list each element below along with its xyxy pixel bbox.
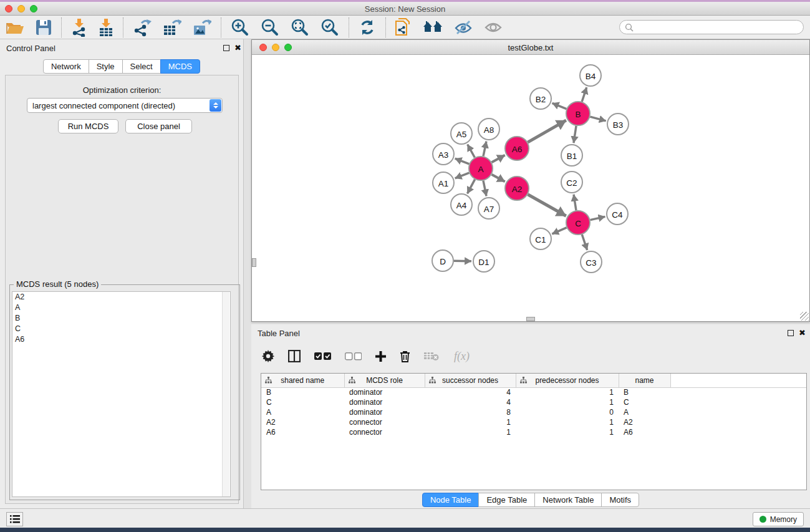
open-session-button[interactable] <box>0 17 30 38</box>
control-panel: Control Panel ✖ NetworkStyleSelectMCDS O… <box>0 39 244 508</box>
show-panels-button[interactable] <box>6 512 23 526</box>
table-row[interactable]: Adominator80A <box>261 407 806 417</box>
graph-edge-A-A1 <box>455 173 470 178</box>
refresh-button[interactable] <box>353 17 382 38</box>
result-item[interactable]: A <box>12 302 230 313</box>
show-all-button[interactable] <box>478 17 508 38</box>
graph-node-label: B3 <box>613 120 624 130</box>
table-cell: connector <box>344 427 425 437</box>
table-row[interactable]: Cdominator41C <box>261 397 806 407</box>
tab-network[interactable]: Network <box>43 59 89 74</box>
criterion-dropdown[interactable]: largest connected component (directed) <box>27 98 223 113</box>
close-panel-icon[interactable]: ✖ <box>234 43 241 52</box>
run-mcds-button[interactable]: Run MCDS <box>58 119 118 133</box>
table-row[interactable]: A6connector11A6 <box>261 427 806 437</box>
function-builder-button[interactable]: f(x) <box>447 345 475 367</box>
tab-edge-table[interactable]: Edge Table <box>478 493 535 507</box>
tab-style[interactable]: Style <box>89 59 123 74</box>
close-table-panel-icon[interactable]: ✖ <box>799 328 806 337</box>
control-panel-tabs: NetworkStyleSelectMCDS <box>0 59 243 74</box>
table-cell: dominator <box>344 407 425 417</box>
zoom-in-button[interactable] <box>225 17 255 38</box>
tab-motifs[interactable]: Motifs <box>601 493 639 507</box>
graph-edge-A-A6 <box>492 155 505 163</box>
delete-column-button[interactable] <box>394 345 416 367</box>
table-panel-header: Table Panel ✖ <box>251 324 810 342</box>
graph-node-label: C <box>575 219 581 228</box>
mcds-result-list: A2ABCA6 <box>12 291 231 497</box>
application-window: Session: New Session <box>0 0 810 532</box>
table-cell: A <box>261 407 344 417</box>
delete-table-icon <box>424 351 439 361</box>
float-panel-icon[interactable] <box>223 45 229 51</box>
export-image-button[interactable] <box>187 17 217 38</box>
criterion-value: largest connected component (directed) <box>32 101 175 110</box>
graph-edge-B-B1 <box>574 126 576 143</box>
home-layout-button[interactable] <box>417 17 448 38</box>
result-list-scrollbar[interactable] <box>222 292 229 496</box>
table-cell: A2 <box>261 417 344 427</box>
deselect-all-button[interactable] <box>339 345 367 367</box>
graph-edge-A2-C <box>528 195 566 216</box>
float-table-panel-icon[interactable] <box>788 330 794 336</box>
zoom-selected-button[interactable] <box>315 17 345 38</box>
graph-edge-C-C4 <box>591 216 605 220</box>
canvas-left-scroll-thumb[interactable] <box>252 258 256 267</box>
table-cell: C <box>619 397 670 407</box>
graph-node-label: C3 <box>586 258 596 268</box>
search-field[interactable] <box>619 20 804 34</box>
result-item[interactable]: A6 <box>12 334 230 345</box>
table-toolbar: f(x) <box>256 343 805 369</box>
close-panel-button[interactable]: Close panel <box>125 119 192 133</box>
export-table-button[interactable] <box>157 17 187 38</box>
tab-select[interactable]: Select <box>122 59 161 74</box>
new-network-button[interactable] <box>390 17 417 38</box>
tab-node-table[interactable]: Node Table <box>422 493 480 507</box>
table-cell-filler <box>670 397 806 407</box>
table-row[interactable]: Bdominator41B <box>261 387 806 397</box>
column-header-shared-name[interactable]: shared name <box>261 374 344 387</box>
graph-edge-B-B4 <box>582 87 587 102</box>
table-cell: 1 <box>425 417 516 427</box>
zoom-fit-button[interactable] <box>285 17 315 38</box>
unchecked-boxes-icon <box>345 352 362 360</box>
window-resize-grip[interactable] <box>800 312 809 321</box>
toggle-columns-button[interactable] <box>282 345 306 367</box>
graph-edge-C-C2 <box>574 195 576 210</box>
hierarchy-icon <box>265 377 272 384</box>
memory-status-icon <box>759 516 766 523</box>
column-header-name[interactable]: name <box>619 374 670 387</box>
delete-table-button[interactable] <box>418 345 445 367</box>
import-network-button[interactable] <box>65 17 93 38</box>
zoom-out-button[interactable] <box>255 17 285 38</box>
tab-mcds[interactable]: MCDS <box>160 59 200 74</box>
select-all-button[interactable] <box>309 345 337 367</box>
result-item[interactable]: B <box>12 313 230 324</box>
save-session-button[interactable] <box>30 17 57 38</box>
network-canvas[interactable]: B4B2BB3A8A5A6A3B1AA1C2A2A4A7C4CC1DC3D1 <box>252 55 809 321</box>
result-item[interactable]: C <box>12 324 230 334</box>
import-table-button[interactable] <box>93 17 119 38</box>
table-row[interactable]: A2connector11A2 <box>261 417 806 427</box>
result-item[interactable]: A2 <box>12 292 230 302</box>
search-icon <box>625 23 634 32</box>
export-image-icon <box>193 18 211 37</box>
column-header-MCDS-role[interactable]: MCDS role <box>344 374 425 387</box>
fx-icon: f(x) <box>454 350 470 363</box>
hide-selected-button[interactable] <box>448 17 478 38</box>
tab-network-table[interactable]: Network Table <box>534 493 602 507</box>
table-cell: A6 <box>261 427 344 437</box>
table-cell: connector <box>344 417 425 427</box>
memory-button[interactable]: Memory <box>753 512 804 526</box>
column-header-successor-nodes[interactable]: successor nodes <box>425 374 516 387</box>
add-column-button[interactable] <box>370 345 392 367</box>
column-header-predecessor-nodes[interactable]: predecessor nodes <box>516 374 619 387</box>
graph-node-label: C2 <box>566 178 577 188</box>
network-window-titlebar[interactable]: testGlobe.txt <box>252 40 809 55</box>
table-header: shared nameMCDS rolesuccessor nodesprede… <box>261 374 806 387</box>
search-input[interactable] <box>634 23 803 32</box>
table-settings-button[interactable] <box>256 345 280 367</box>
export-network-button[interactable] <box>127 17 157 38</box>
table-cell: 1 <box>425 427 516 437</box>
canvas-bottom-scroll-thumb[interactable] <box>526 317 535 321</box>
